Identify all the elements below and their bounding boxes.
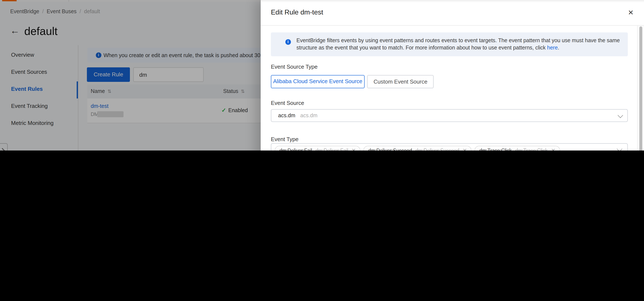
event-source-value: acs.dm [278, 113, 296, 119]
event-source-select[interactable]: acs.dm acs.dm [271, 109, 628, 122]
screen: EventBridge/Event Buses/default ← defaul… [0, 0, 644, 151]
event-type-tag: dm:Deliver:Faildm:Deliver:Fail✕ [275, 146, 360, 151]
event-type-label: Event Type [271, 136, 298, 142]
option-alibaba-cloud-service-event-source[interactable]: Alibaba Cloud Service Event Source [271, 75, 364, 88]
drawer-title: Edit Rule dm-test [271, 9, 323, 16]
here-link[interactable]: here [547, 45, 558, 51]
remove-tag-icon[interactable]: ✕ [352, 148, 356, 151]
info-icon: i [285, 39, 291, 45]
event-type-tag: dm:Deliver:Succeeddm:Deliver:Succeed✕ [364, 146, 472, 151]
banner-suffix: . [558, 45, 559, 51]
drawer-header: Edit Rule dm-test ✕ [261, 0, 644, 26]
tag-secondary: dm:Deliver:Fail [316, 148, 348, 151]
tag-name: dm:Deliver:Succeed [368, 148, 412, 151]
drawer-top-shadow [261, 0, 644, 3]
event-source-value-secondary: acs.dm [300, 113, 318, 119]
drawer-info-text: EventBridge filters events by using even… [296, 37, 634, 51]
remove-tag-icon[interactable]: ✕ [551, 148, 556, 151]
banner-text: EventBridge filters events by using even… [296, 38, 620, 51]
event-source-label: Event Source [271, 100, 304, 106]
event-source-type-label: Event Source Type [271, 64, 318, 70]
drawer-info-banner: i EventBridge filters events by using ev… [271, 33, 628, 56]
event-type-tag: dm:Trace:Clickdm:Trace:Click✕ [475, 146, 560, 151]
tag-name: dm:Deliver:Fail [280, 148, 312, 151]
option-custom-event-source[interactable]: Custom Event Source [367, 75, 434, 88]
edit-rule-drawer: Edit Rule dm-test ✕ i EventBridge filter… [261, 0, 644, 151]
tag-secondary: dm:Deliver:Succeed [416, 148, 459, 151]
drawer-scrollbar-thumb[interactable] [639, 27, 642, 151]
remove-tag-icon[interactable]: ✕ [463, 148, 467, 151]
tag-name: dm:Trace:Click [480, 148, 512, 151]
tag-secondary: dm:Trace:Click [515, 148, 548, 151]
modal-dim-overlay[interactable] [0, 0, 261, 151]
event-type-multiselect[interactable]: dm:Deliver:Faildm:Deliver:Fail✕dm:Delive… [271, 143, 628, 151]
close-icon[interactable]: ✕ [626, 8, 636, 18]
